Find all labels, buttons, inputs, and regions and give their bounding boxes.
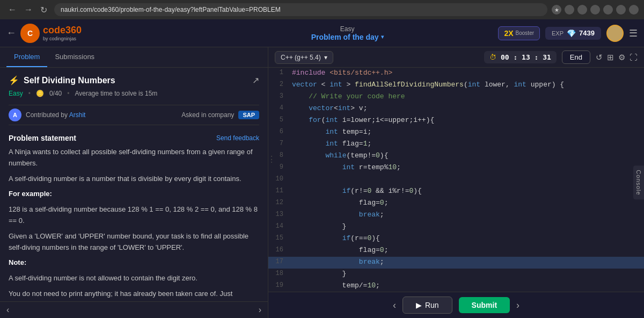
tab-problem[interactable]: Problem	[6, 47, 47, 67]
app-back-button[interactable]: ←	[6, 27, 16, 39]
ext-icon-6[interactable]	[629, 5, 639, 15]
line-number: 16	[268, 245, 288, 254]
end-button[interactable]: End	[562, 50, 590, 64]
hamburger-menu-button[interactable]: ☰	[629, 27, 638, 39]
line-content: }	[288, 221, 644, 232]
logo-code: code360	[43, 25, 82, 35]
ext-icon-5[interactable]	[616, 5, 626, 15]
note-label: Note:	[9, 258, 26, 266]
app-header: ← C code360 by codingninjas Easy Problem…	[0, 19, 644, 47]
code-line-4: 4 vector<int> v;	[268, 103, 644, 115]
difficulty-badge: Easy	[9, 90, 23, 97]
fullscreen-button[interactable]: ⛶	[630, 53, 638, 62]
coin-icon: 🪙	[36, 90, 44, 97]
user-avatar[interactable]	[606, 25, 624, 42]
prev-problem-button[interactable]: ‹	[6, 305, 9, 315]
browser-icons: ★	[552, 5, 639, 15]
code-line-13: 13 break;	[268, 209, 644, 221]
ext-icon-2[interactable]	[577, 5, 587, 15]
send-feedback-button[interactable]: Send feedback	[216, 134, 259, 142]
timer-display: 00 : 13 : 31	[501, 53, 551, 61]
line-number: 4	[268, 103, 288, 112]
code-editor[interactable]: 1#include <bits/stdc++.h>2vector < int >…	[268, 68, 644, 303]
next-nav-button[interactable]: ›	[516, 300, 519, 311]
line-number: 15	[268, 233, 288, 242]
problem-meta: Easy • 🪙 0/40 • Average time to solve is…	[9, 90, 259, 97]
line-content: break;	[288, 209, 644, 220]
line-content: break;	[288, 257, 644, 267]
line-content: // Write your code here	[288, 91, 644, 102]
statement-1: A Ninja wants to collect all possible se…	[9, 147, 259, 169]
next-problem-button[interactable]: ›	[259, 305, 261, 315]
line-number: 11	[268, 186, 288, 194]
right-panel: C++ (g++ 5.4) ▾ ⏱ 00 : 13 : 31 End ↺ ⊞ ⚙…	[268, 47, 644, 318]
potd-label: Problem of the day	[311, 33, 379, 41]
browser-bar: ← → ↻ ★	[0, 0, 644, 19]
line-content: temp/=10;	[288, 280, 644, 291]
section-title: Problem statement	[9, 134, 76, 142]
line-content: vector < int > findAllSelfDividingNumber…	[288, 80, 644, 90]
back-button[interactable]: ←	[5, 4, 19, 16]
line-content: if(r==0){	[288, 233, 644, 243]
problem-content: ⚡ Self Dividing Numbers ↗ Easy • 🪙 0/40 …	[0, 68, 268, 301]
header-center: Easy Problem of the day ▾	[311, 25, 384, 41]
logo-area: C code360 by codingninjas	[20, 24, 82, 43]
problem-title: Self Dividing Numbers	[24, 76, 115, 85]
trailing-text: You do not need to print anything; it ha…	[9, 288, 259, 300]
line-number: 3	[268, 91, 288, 100]
contributor-row: A Contributed by Arshit Asked in company…	[9, 105, 259, 125]
language-selector[interactable]: C++ (g++ 5.4) ▾	[275, 51, 333, 64]
refresh-code-button[interactable]: ↺	[596, 53, 603, 62]
tab-submissions[interactable]: Submissions	[47, 47, 102, 67]
note-text: A self-dividing number is not allowed to…	[9, 273, 259, 284]
task-text: Given a 'LOWER' and 'UPPER' number bound…	[9, 231, 259, 254]
url-bar[interactable]	[54, 3, 547, 16]
layout-button[interactable]: ⊞	[607, 53, 614, 62]
contributor-link[interactable]: Arshit	[69, 111, 86, 119]
bookmark-icon[interactable]: ★	[552, 5, 561, 15]
line-number: 14	[268, 221, 288, 230]
booster-multiplier: 2X	[504, 29, 513, 38]
company-label: Asked in company	[181, 111, 234, 119]
refresh-button[interactable]: ↻	[38, 4, 50, 16]
left-panel-footer: ‹ ›	[0, 301, 268, 318]
prev-nav-button[interactable]: ‹	[393, 300, 396, 311]
line-content: }	[288, 269, 644, 279]
avg-time-text: Average time to solve is 15m	[75, 90, 157, 97]
line-content: if(r!=0 && i%r!=0){	[288, 186, 644, 196]
code-line-12: 12 flag=0;	[268, 198, 644, 209]
ext-icon-4[interactable]	[603, 5, 613, 15]
exp-area: EXP 💎 7439	[545, 27, 601, 40]
line-content: int flag=1;	[288, 139, 644, 149]
line-number: 12	[268, 198, 288, 206]
chevron-down-icon: ▾	[381, 34, 384, 40]
ext-icon-1[interactable]	[565, 5, 574, 15]
submit-button[interactable]: Submit	[459, 297, 510, 313]
line-content: vector<int> v;	[288, 103, 644, 113]
run-button[interactable]: ▶ Run	[402, 297, 452, 314]
line-content: int r=temp%10;	[288, 162, 644, 172]
code-line-10: 10	[268, 174, 644, 186]
example-text: 128 is a self-dividing number because 12…	[9, 204, 259, 227]
forward-button[interactable]: →	[21, 4, 35, 16]
code-line-3: 3 // Write your code here	[268, 91, 644, 103]
difficulty-label: Easy	[340, 25, 355, 33]
ext-icon-3[interactable]	[590, 5, 600, 15]
problem-title-row: ⚡ Self Dividing Numbers ↗	[9, 75, 259, 85]
console-tab[interactable]: Console	[633, 165, 644, 199]
potd-dropdown[interactable]: Problem of the day ▾	[311, 33, 384, 41]
line-content: int temp=i;	[288, 127, 644, 137]
logo-icon: C	[20, 24, 40, 43]
exp-label: EXP	[552, 30, 564, 37]
line-content: flag=0;	[288, 245, 644, 255]
line-number: 1	[268, 68, 288, 76]
line-number: 2	[268, 80, 288, 88]
run-label: Run	[425, 301, 439, 309]
problem-text: A Ninja wants to collect all possible se…	[9, 147, 259, 300]
line-number: 6	[268, 127, 288, 135]
settings-button[interactable]: ⚙	[618, 53, 625, 62]
panel-resizer[interactable]: ⋮	[267, 154, 276, 164]
code-line-18: 18 }	[268, 269, 644, 280]
share-button[interactable]: ↗	[252, 75, 259, 85]
company-logo[interactable]: SAP	[238, 111, 259, 119]
